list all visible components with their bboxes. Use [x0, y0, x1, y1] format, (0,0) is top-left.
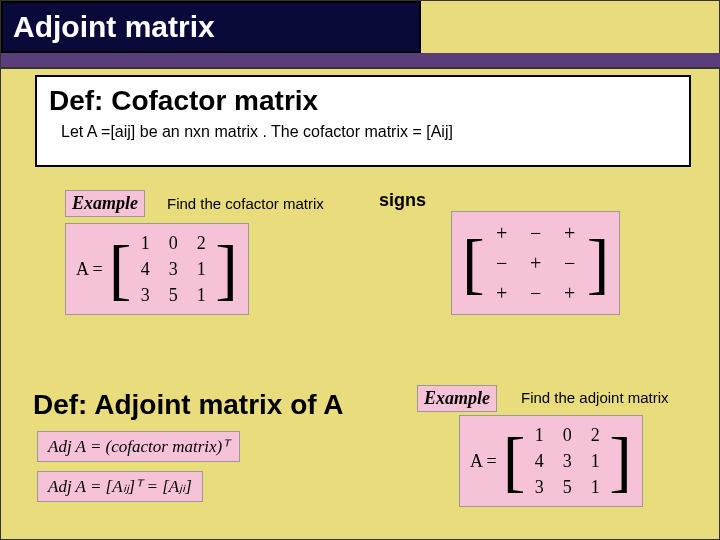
matrix-brackets: [ 102 431 351 ] [503, 422, 632, 500]
matrix-brackets: [ 102 431 351 ] [109, 230, 238, 308]
cell: 2 [581, 425, 609, 446]
matrix-a-adjoint: A = [ 102 431 351 ] [459, 415, 643, 507]
definition-2-heading: Def: Adjoint matrix of A [33, 389, 344, 421]
slide: Adjoint matrix Def: Cofactor matrix Let … [0, 0, 720, 540]
example-label-1: Example [65, 190, 145, 217]
cell: 3 [525, 477, 553, 498]
cell: 1 [581, 451, 609, 472]
matrix-a-prefix: A = [470, 451, 497, 472]
adjoint-formula-2: Adj A = [Aᵢⱼ]ᵀ = [Aⱼᵢ] [37, 471, 203, 502]
matrix-a-cofactor: A = [ 102 431 351 ] [65, 223, 249, 315]
adjoint-formula-1: Adj A = (cofactor matrix)ᵀ [37, 431, 240, 462]
signs-grid: +−+ −+− +−+ [485, 218, 587, 308]
example-label-2: Example [417, 385, 497, 412]
signs-label: signs [379, 190, 426, 211]
cell: 3 [553, 451, 581, 472]
cell: 4 [131, 259, 159, 280]
definition-box-1: Def: Cofactor matrix Let A =[aij] be an … [35, 75, 691, 167]
title-box: Adjoint matrix [1, 1, 421, 53]
right-bracket-icon: ] [215, 239, 238, 299]
cell: 0 [159, 233, 187, 254]
matrix-grid-1: 102 431 351 [131, 230, 215, 308]
definition-1-heading: Def: Cofactor matrix [49, 85, 677, 117]
accent-bar [1, 53, 720, 67]
cell: + [485, 282, 519, 305]
cell: 3 [159, 259, 187, 280]
cell: 1 [131, 233, 159, 254]
cell: + [553, 282, 587, 305]
cell: 1 [187, 285, 215, 306]
cell: + [485, 222, 519, 245]
cell: 1 [187, 259, 215, 280]
cell: 5 [553, 477, 581, 498]
cell: 0 [553, 425, 581, 446]
right-bracket-icon: ] [587, 233, 610, 293]
cell: 5 [159, 285, 187, 306]
cell: 1 [525, 425, 553, 446]
cell: 3 [131, 285, 159, 306]
signs-matrix: [ +−+ −+− +−+ ] [451, 211, 620, 315]
left-bracket-icon: [ [462, 233, 485, 293]
cell: 2 [187, 233, 215, 254]
right-bracket-icon: ] [609, 431, 632, 491]
cell: + [519, 252, 553, 275]
cell: − [519, 282, 553, 305]
left-bracket-icon: [ [109, 239, 132, 299]
left-bracket-icon: [ [503, 431, 526, 491]
find-cofactor-text: Find the cofactor matrix [167, 195, 324, 212]
cell: 1 [581, 477, 609, 498]
divider-line [1, 67, 720, 69]
matrix-grid-2: 102 431 351 [525, 422, 609, 500]
find-adjoint-text: Find the adjoint matrix [521, 389, 669, 406]
cell: − [519, 222, 553, 245]
matrix-a-prefix: A = [76, 259, 103, 280]
slide-title: Adjoint matrix [13, 10, 215, 44]
cell: − [485, 252, 519, 275]
definition-1-body: Let A =[aij] be an nxn matrix . The cofa… [49, 123, 677, 141]
cell: − [553, 252, 587, 275]
cell: + [553, 222, 587, 245]
cell: 4 [525, 451, 553, 472]
matrix-brackets: [ +−+ −+− +−+ ] [462, 218, 609, 308]
